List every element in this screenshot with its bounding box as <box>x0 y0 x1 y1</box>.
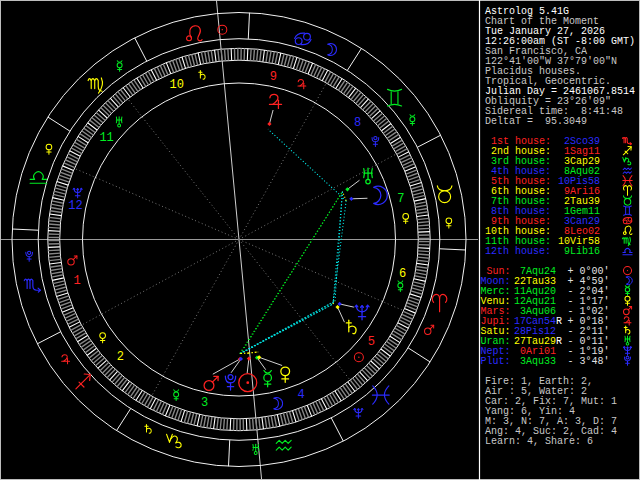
svg-text:11: 11 <box>99 131 113 145</box>
svg-text:3Aqu33: 3Aqu33 <box>520 356 556 367</box>
svg-text:12: 12 <box>68 199 82 213</box>
svg-text:R: R <box>556 336 562 347</box>
svg-text:5: 5 <box>368 335 375 349</box>
svg-text:3: 3 <box>201 396 208 410</box>
svg-text:DeltaT = 95.3049: DeltaT = 95.3049 <box>485 116 587 127</box>
svg-text:9Lib16: 9Lib16 <box>564 246 600 257</box>
svg-text:10: 10 <box>170 78 184 92</box>
svg-text:Learn: 4, Share: 6: Learn: 4, Share: 6 <box>485 436 593 447</box>
svg-text:9: 9 <box>270 70 277 84</box>
svg-text:6: 6 <box>399 267 406 281</box>
svg-text:R: R <box>556 316 562 327</box>
svg-text:Plut:: Plut: <box>481 356 511 367</box>
svg-text:7: 7 <box>397 192 404 206</box>
svg-text:2: 2 <box>117 350 124 364</box>
svg-text:8: 8 <box>354 116 361 130</box>
svg-text:1: 1 <box>73 274 80 288</box>
svg-text:12th house:: 12th house: <box>485 246 551 257</box>
svg-text:4: 4 <box>298 388 305 402</box>
svg-text:- 3°48': - 3°48' <box>568 356 610 367</box>
